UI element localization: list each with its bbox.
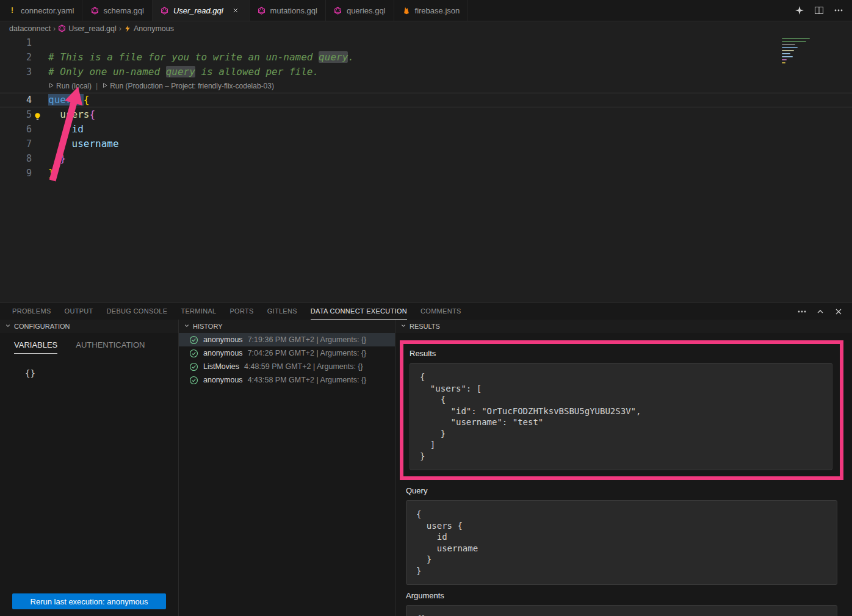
editor-tab-mutations-gql[interactable]: mutations.gql bbox=[250, 0, 326, 21]
line-number: 8 bbox=[0, 151, 32, 166]
editor-line-5[interactable]: 5 users{ bbox=[0, 107, 852, 122]
code-token: username bbox=[72, 138, 119, 149]
tab-label: User_read.gql bbox=[173, 6, 223, 15]
split-editor-icon[interactable] bbox=[812, 3, 826, 18]
editor-tab-connector-yaml[interactable]: !connector.yaml bbox=[0, 0, 82, 21]
chevron-down-icon bbox=[182, 321, 191, 331]
code-text: username bbox=[32, 137, 119, 151]
panel-tab-terminal[interactable]: TERMINAL bbox=[181, 303, 216, 320]
minimap-line bbox=[782, 38, 810, 39]
history-item-name: ListMovies bbox=[203, 362, 239, 371]
copilot-sparkle-icon[interactable] bbox=[792, 3, 807, 18]
minimap-line bbox=[782, 59, 787, 60]
code-token: # This is a file for you to write an un-… bbox=[48, 51, 319, 63]
history-item[interactable]: anonymous7:04:26 PM GMT+2 | Arguments: {… bbox=[179, 346, 395, 360]
code-token: query bbox=[319, 51, 348, 63]
editor-line-7[interactable]: 7 username bbox=[0, 137, 852, 151]
panel-more-actions-icon[interactable] bbox=[795, 304, 809, 319]
panel-tab-ports[interactable]: PORTS bbox=[229, 303, 253, 320]
editor-line-4[interactable]: 4query { bbox=[0, 93, 852, 107]
editor-line-3[interactable]: 3# Only one un-named query is allowed pe… bbox=[0, 65, 852, 79]
tab-label: schema.gql bbox=[103, 6, 143, 15]
breadcrumb-item-folder[interactable]: dataconnect bbox=[9, 24, 51, 33]
code-token: { bbox=[89, 109, 95, 120]
close-panel-icon[interactable] bbox=[831, 304, 846, 319]
minimap[interactable] bbox=[782, 38, 843, 65]
configuration-section: CONFIGURATION VARIABLESAUTHENTICATION {}… bbox=[0, 320, 179, 616]
breadcrumb-item-file[interactable]: User_read.gql bbox=[58, 24, 117, 33]
panel-tab-data-connect-execution[interactable]: DATA CONNECT EXECUTION bbox=[311, 303, 407, 320]
graphql-icon bbox=[258, 6, 266, 15]
result-section-label: Arguments bbox=[406, 591, 852, 600]
editor-tab-queries-gql[interactable]: queries.gql bbox=[326, 0, 394, 21]
panel-tab-output[interactable]: OUTPUT bbox=[65, 303, 93, 320]
codelens-divider: | bbox=[96, 82, 98, 90]
editor-tab-user_read-gql[interactable]: User_read.gql bbox=[153, 0, 250, 21]
result-section-label: Query bbox=[406, 486, 852, 495]
minimap-line bbox=[782, 62, 785, 63]
editor-line-9[interactable]: 9} bbox=[0, 166, 852, 181]
result-section-label: Results bbox=[410, 349, 840, 358]
editor-line-2[interactable]: 2# This is a file for you to write an un… bbox=[0, 50, 852, 65]
config-tab-variables[interactable]: VARIABLES bbox=[14, 340, 57, 354]
panel-tab-gitlens[interactable]: GITLENS bbox=[267, 303, 297, 320]
code-token bbox=[78, 94, 84, 106]
history-item[interactable]: anonymous7:19:36 PM GMT+2 | Arguments: {… bbox=[179, 333, 395, 346]
history-item-detail: 4:48:59 PM GMT+2 | Arguments: {} bbox=[244, 362, 363, 371]
breadcrumb-item-symbol[interactable]: Anonymous bbox=[124, 24, 174, 33]
code-token: is allowed per file. bbox=[195, 66, 319, 77]
editor-tab-firebase-json[interactable]: firebase.json bbox=[394, 0, 469, 21]
code-text: id bbox=[32, 122, 84, 137]
history-item[interactable]: anonymous4:43:58 PM GMT+2 | Arguments: {… bbox=[179, 373, 395, 387]
code-text: # This is a file for you to write an un-… bbox=[32, 50, 354, 65]
editor-line-8[interactable]: 8 } bbox=[0, 151, 852, 166]
run-local-label: Run (local) bbox=[56, 82, 92, 90]
history-item[interactable]: ListMovies4:48:59 PM GMT+2 | Arguments: … bbox=[179, 360, 395, 373]
code-text: # Only one un-named query is allowed per… bbox=[32, 65, 319, 79]
history-item-name: anonymous bbox=[203, 376, 243, 384]
results-header[interactable]: RESULTS bbox=[395, 320, 852, 333]
config-tab-authentication[interactable]: AUTHENTICATION bbox=[76, 340, 145, 354]
code-text: } bbox=[32, 166, 54, 181]
minimap-line bbox=[782, 47, 798, 48]
line-number: 3 bbox=[0, 65, 32, 79]
editor-lines: 12# This is a file for you to write an u… bbox=[0, 35, 852, 181]
editor-tab-schema-gql[interactable]: schema.gql bbox=[82, 0, 152, 21]
editor-line-1[interactable]: 1 bbox=[0, 35, 852, 50]
vscode-window: !connector.yamlschema.gqlUser_read.gqlmu… bbox=[0, 0, 852, 616]
results-results-section-annotated: Results{ "users": [ { "id": "OrTucFODZHT… bbox=[400, 340, 843, 480]
panel-tab-comments[interactable]: COMMENTS bbox=[421, 303, 461, 320]
more-actions-icon[interactable] bbox=[831, 3, 846, 18]
panel-tab-problems[interactable]: PROBLEMS bbox=[12, 303, 51, 320]
panel-tab-debug-console[interactable]: DEBUG CONSOLE bbox=[107, 303, 168, 320]
panel-actions bbox=[795, 304, 846, 319]
breadcrumb-symbol-label: Anonymous bbox=[134, 24, 174, 33]
line-number: 2 bbox=[0, 50, 32, 65]
code-editor[interactable]: 12# This is a file for you to write an u… bbox=[0, 35, 852, 303]
rerun-last-execution-button[interactable]: Rerun last execution: anonymous bbox=[12, 593, 166, 609]
history-header[interactable]: HISTORY bbox=[179, 320, 395, 333]
minimap-line bbox=[782, 56, 793, 57]
tab-list: !connector.yamlschema.gqlUser_read.gqlmu… bbox=[0, 0, 468, 21]
history-section: HISTORY anonymous7:19:36 PM GMT+2 | Argu… bbox=[179, 320, 395, 616]
maximize-panel-icon[interactable] bbox=[813, 304, 828, 319]
firebase-icon bbox=[402, 6, 411, 15]
run-local-link[interactable]: Run (local) bbox=[48, 82, 92, 90]
success-check-icon bbox=[189, 362, 198, 371]
play-icon bbox=[48, 82, 54, 90]
editor-line-6[interactable]: 6 id bbox=[0, 122, 852, 137]
chevron-down-icon bbox=[4, 321, 12, 331]
code-token bbox=[48, 109, 60, 120]
run-production-link[interactable]: Run (Production – Project: friendly-flix… bbox=[102, 82, 274, 90]
play-icon bbox=[102, 82, 108, 90]
panel-tabs: PROBLEMSOUTPUTDEBUG CONSOLETERMINALPORTS… bbox=[12, 303, 461, 320]
minimap-line bbox=[782, 53, 790, 54]
chevron-down-icon bbox=[399, 321, 408, 331]
line-number: 7 bbox=[0, 137, 32, 151]
configuration-header[interactable]: CONFIGURATION bbox=[0, 320, 178, 333]
history-item-detail: 4:43:58 PM GMT+2 | Arguments: {} bbox=[248, 376, 367, 384]
code-token: . bbox=[348, 51, 354, 63]
graphql-file-icon bbox=[58, 24, 66, 32]
symbol-event-icon bbox=[124, 25, 131, 32]
close-tab-icon[interactable] bbox=[230, 5, 241, 16]
